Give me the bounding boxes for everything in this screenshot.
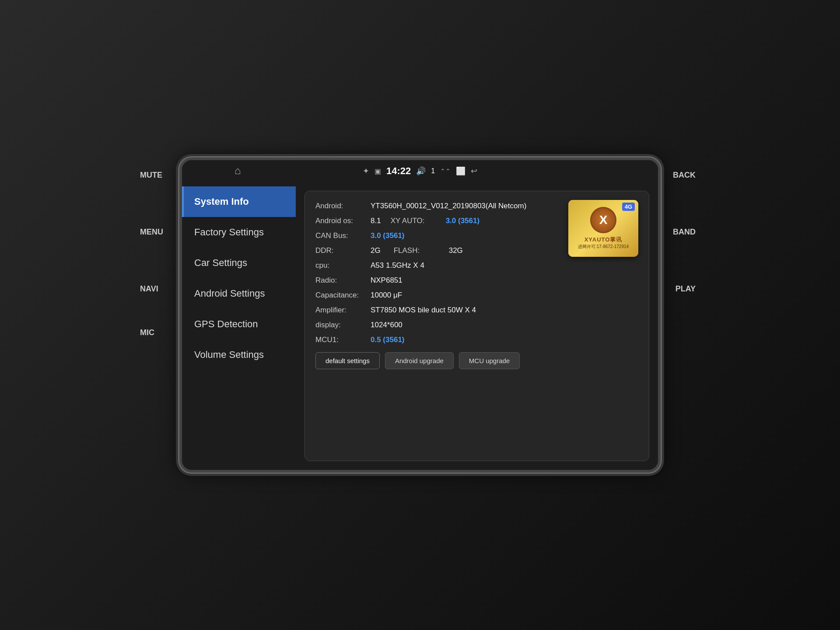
amplifier-value: ST7850 MOS bile duct 50W X 4	[371, 306, 476, 315]
mcu1-label: MCU1:	[315, 336, 368, 344]
status-time: 14:22	[386, 165, 411, 177]
back-nav-icon: ↩	[471, 166, 477, 176]
home-button-area[interactable]: ⌂	[234, 164, 241, 177]
can-bus-value: 3.0 (3561)	[371, 231, 405, 240]
amplifier-label: Amplifier:	[315, 306, 368, 315]
mute-label: MUTE	[140, 171, 162, 180]
menu-label: MENU	[140, 228, 163, 237]
system-info-card: 4G X XYAUTO掌讯 进网许可:17-8672-172914	[304, 191, 649, 461]
mcu-upgrade-button[interactable]: MCU upgrade	[459, 352, 520, 369]
radio-label: Radio:	[315, 276, 368, 285]
bluetooth-icon: ✦	[363, 166, 369, 176]
volume-icon: 🔊	[416, 166, 426, 176]
4g-badge: 4G	[622, 203, 635, 211]
main-content: System Info Factory Settings Car Setting…	[182, 182, 658, 470]
android-upgrade-button[interactable]: Android upgrade	[385, 352, 454, 369]
expand-icon: ⌃⌃	[440, 168, 451, 175]
android-os-label: Android os:	[315, 217, 368, 225]
xy-auto-label: XY AUTO:	[391, 217, 443, 225]
default-settings-button[interactable]: default settings	[315, 352, 380, 369]
band-label: BAND	[673, 228, 696, 237]
window-icon: ⬜	[456, 166, 466, 176]
brand-x-symbol: X	[599, 213, 608, 227]
brand-name: XYAUTO掌讯	[584, 236, 623, 244]
content-panel: 4G X XYAUTO掌讯 进网许可:17-8672-172914	[296, 182, 658, 470]
android-value: YT3560H_00012_V012_20190803(All Netcom)	[371, 202, 526, 210]
radio-value: NXP6851	[371, 276, 402, 285]
sidebar-item-car-settings[interactable]: Car Settings	[182, 248, 296, 278]
sidebar-item-android-settings[interactable]: Android Settings	[182, 278, 296, 309]
brand-logo-circle: X	[590, 207, 616, 233]
xy-auto-value: 3.0 (3561)	[446, 217, 480, 225]
flash-label: FLASH:	[394, 246, 446, 255]
can-bus-label: CAN Bus:	[315, 231, 368, 240]
sidebar: System Info Factory Settings Car Setting…	[182, 182, 296, 470]
cpu-label: cpu:	[315, 261, 368, 270]
status-center: ✦ ▣ 14:22 🔊 1 ⌃⌃ ⬜ ↩	[363, 165, 477, 177]
display-row: display: 1024*600	[315, 321, 638, 329]
screen-frame: ⌂ ✦ ▣ 14:22 🔊 1 ⌃⌃ ⬜ ↩	[179, 158, 661, 472]
sidebar-item-volume-settings[interactable]: Volume Settings	[182, 340, 296, 370]
cpu-row: cpu: A53 1.5GHz X 4	[315, 261, 638, 270]
screen-display: ⌂ ✦ ▣ 14:22 🔊 1 ⌃⌃ ⬜ ↩	[182, 160, 658, 470]
android-label: Android:	[315, 202, 368, 210]
display-label: display:	[315, 321, 368, 329]
flash-value: 32G	[449, 246, 463, 255]
ddr-value: 2G	[371, 246, 381, 255]
capacitance-value: 10000 μF	[371, 291, 402, 300]
capacitance-label: Capacitance:	[315, 291, 368, 300]
mcu1-value: 0.5 (3561)	[371, 336, 405, 344]
sidebar-item-gps-detection[interactable]: GPS Detection	[182, 309, 296, 340]
display-value: 1024*600	[371, 321, 402, 329]
home-icon: ⌂	[234, 164, 241, 176]
sidebar-item-system-info[interactable]: System Info	[182, 186, 296, 217]
play-label: PLAY	[676, 284, 696, 294]
brand-badge-inner: 4G X XYAUTO掌讯 进网许可:17-8672-172914	[568, 200, 638, 257]
capacitance-row: Capacitance: 10000 μF	[315, 291, 638, 300]
android-os-value: 8.1	[371, 217, 381, 225]
radio-row: Radio: NXP6851	[315, 276, 638, 285]
cpu-value: A53 1.5GHz X 4	[371, 261, 424, 270]
back-label: BACK	[673, 171, 696, 180]
brand-badge: 4G X XYAUTO掌讯 进网许可:17-8672-172914	[568, 200, 638, 257]
sidebar-item-factory-settings[interactable]: Factory Settings	[182, 217, 296, 248]
navi-label: NAVI	[140, 284, 158, 294]
signal-icon: ▣	[374, 167, 381, 175]
status-bar: ⌂ ✦ ▣ 14:22 🔊 1 ⌃⌃ ⬜ ↩	[182, 160, 658, 182]
amplifier-row: Amplifier: ST7850 MOS bile duct 50W X 4	[315, 306, 638, 315]
mic-label: MIC	[140, 328, 154, 337]
car-background: MUTE MENU NAVI MIC BACK BAND PLAY ⌂ ✦ ▣ …	[0, 0, 840, 630]
mcu1-row: MCU1: 0.5 (3561)	[315, 336, 638, 344]
volume-level: 1	[431, 167, 435, 175]
bottom-buttons: default settings Android upgrade MCU upg…	[315, 352, 638, 369]
brand-subtitle: 进网许可:17-8672-172914	[578, 244, 629, 250]
ddr-label: DDR:	[315, 246, 368, 255]
